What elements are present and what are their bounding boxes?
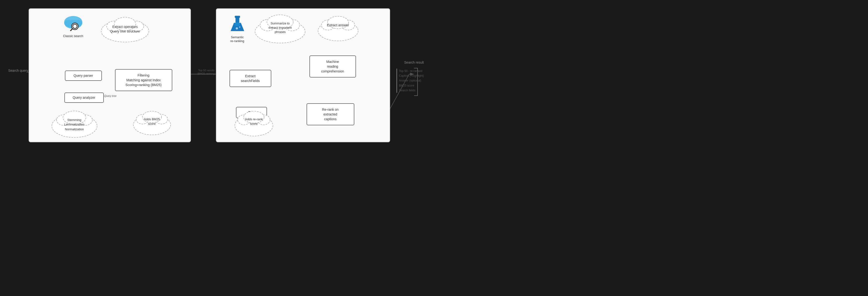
- cloud-bm25-text: Adds BM25 score: [132, 117, 172, 126]
- cloud-summarize-text: Summarize to extract important phrases: [253, 21, 307, 34]
- result-list-item-2: Caption (+highlight): [399, 73, 424, 78]
- result-list: Top 50 - re-ranked Caption (+highlight) …: [397, 69, 424, 93]
- filtering-box: Filtering Matching against Index Scoring…: [115, 69, 172, 91]
- result-list-item-4: BM25 score: [399, 83, 424, 88]
- cloud-adds-rerank: Adds re-rank score: [233, 112, 275, 139]
- svg-point-43: [239, 26, 241, 28]
- rerank-box: Re-rank on extracted captions: [307, 103, 354, 126]
- cloud-extract-operators: Extract operators Query tree structure: [99, 18, 151, 45]
- extract-searchfields-box: Extract searchFields: [229, 70, 271, 87]
- result-list-item-5: Search fields: [399, 88, 424, 93]
- cloud-extract-answer: Extract answer: [317, 17, 360, 43]
- top-50-label: Top 50 results (BM25 ranking): [196, 69, 217, 76]
- query-analyzer-box: Query analyzer: [64, 92, 104, 103]
- result-list-item-1: Top 50 - re-ranked: [399, 69, 424, 73]
- cloud-answer-svg: [317, 17, 360, 42]
- machine-reading-box: Machine reading comprehension: [309, 55, 356, 78]
- semantic-reranking-label: Semanticre-ranking: [225, 35, 249, 44]
- cloud-stemming: Stemming Lemmatization Normalization: [51, 112, 98, 140]
- semantic-reranking-box: Semanticre-ranking Summarize to extract …: [216, 8, 390, 142]
- cloud-stemming-text: Stemming Lemmatization Normalization: [51, 118, 98, 132]
- cloud-magnifier-svg: [63, 15, 84, 33]
- classic-search-label: Classic search: [60, 34, 86, 38]
- semantic-icon: Semanticre-ranking: [225, 15, 249, 44]
- flask-svg: [229, 15, 246, 34]
- svg-line-25: [71, 29, 72, 31]
- search-result-label: Search result: [404, 60, 424, 64]
- classic-search-icon: Classic search: [60, 15, 86, 38]
- result-list-item-3: Answer (optional): [399, 78, 424, 83]
- classic-search-box: Classic search Extract operators Query t…: [29, 8, 191, 142]
- diagram-container: Search query Classic search: [8, 4, 426, 145]
- svg-rect-41: [235, 16, 240, 18]
- cloud-adds-bm25: Adds BM25 score: [132, 112, 172, 138]
- query-parser-box: Query parser: [65, 71, 102, 81]
- query-tree-label: Query tree: [104, 95, 117, 97]
- cloud-summarize: Summarize to extract important phrases: [253, 16, 307, 46]
- svg-point-42: [236, 27, 238, 29]
- cloud-extract-answer-text: Extract answer: [317, 23, 360, 28]
- cloud-extract-operators-text: Extract operators Query tree structure: [99, 25, 151, 34]
- search-query-label: Search query: [8, 69, 28, 73]
- cloud-rerank-text: Adds re-rank score: [233, 117, 275, 126]
